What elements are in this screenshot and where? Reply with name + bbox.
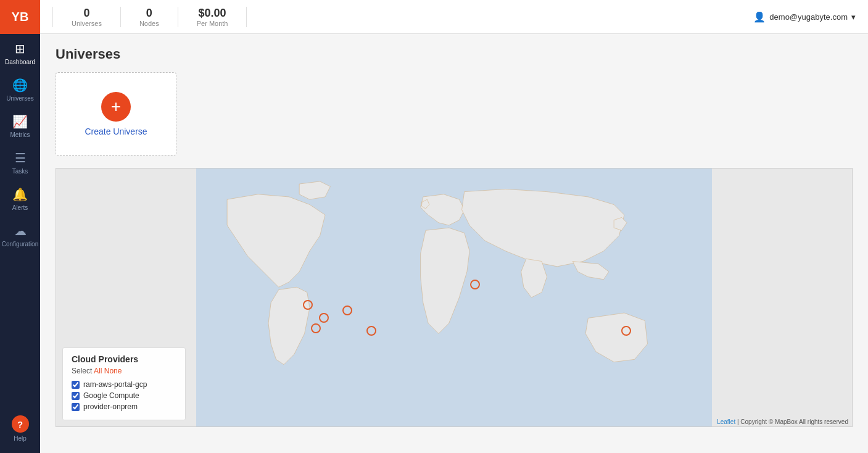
nodes-label: Nodes [139,20,159,27]
stat-nodes: 0 Nodes [121,7,178,27]
sidebar-item-alerts[interactable]: 🔔 Alerts [0,180,40,216]
provider-onprem-checkbox[interactable] [72,403,80,411]
universes-count: 0 [83,7,89,20]
provider-gcp: Google Compute [72,391,176,400]
configuration-icon: ☁ [14,223,27,238]
cloud-providers-select: Select All None [72,367,176,375]
metrics-icon: 📈 [12,114,28,129]
sidebar-item-dashboard[interactable]: ⊞ Dashboard [0,34,40,70]
alerts-icon: 🔔 [12,187,28,202]
stat-universes: 0 Universes [52,7,121,27]
dashboard-icon: ⊞ [15,41,25,56]
provider-aws: ram-aws-portal-gcp [72,380,176,389]
sidebar-item-configuration[interactable]: ☁ Configuration [0,216,40,252]
world-map: Cloud Providers Select All None ram-aws-… [56,168,853,427]
sidebar-item-label: Universes [6,95,33,102]
sidebar-item-tasks[interactable]: ☰ Tasks [0,143,40,180]
map-marker-6 [470,280,480,289]
map-marker-5 [366,326,376,336]
dropdown-icon: ▾ [851,12,856,22]
select-none[interactable]: None [104,367,122,375]
provider-onprem-label: provider-onprem [83,402,138,411]
app-logo: YB [0,0,40,34]
map-marker-1 [303,300,313,310]
cloud-providers-title: Cloud Providers [72,354,176,364]
sidebar-item-metrics[interactable]: 📈 Metrics [0,107,40,143]
main-content: 0 Universes 0 Nodes $0.00 Per Month 👤 de… [40,0,868,453]
topbar-stats: 0 Universes 0 Nodes $0.00 Per Month [52,7,247,27]
select-all[interactable]: All [94,367,102,375]
cloud-providers-panel: Cloud Providers Select All None ram-aws-… [62,347,186,420]
sidebar-item-help[interactable]: ? Help [0,408,40,447]
sidebar-item-label: Alerts [12,204,28,211]
map-marker-4 [342,305,352,315]
universes-label: Universes [72,20,102,27]
sidebar-item-universes[interactable]: 🌐 Universes [0,70,40,107]
create-plus-icon: + [101,92,131,122]
sidebar-item-label: Configuration [2,241,38,247]
page-content: Universes + Create Universe [40,34,868,453]
sidebar: YB ⊞ Dashboard 🌐 Universes 📈 Metrics ☰ T… [0,0,40,453]
universes-icon: 🌐 [12,78,28,93]
topbar: 0 Universes 0 Nodes $0.00 Per Month 👤 de… [40,0,868,34]
map-copyright: | Copyright © MapBox All rights reserved [737,418,848,425]
create-universe-card[interactable]: + Create Universe [56,72,176,156]
provider-aws-label: ram-aws-portal-gcp [83,380,147,389]
leaflet-link[interactable]: Leaflet [717,418,735,425]
provider-gcp-checkbox[interactable] [72,392,80,400]
map-marker-3 [311,323,321,333]
stat-cost: $0.00 Per Month [178,7,247,27]
page-title: Universes [56,46,853,62]
map-attribution: Leaflet | Copyright © MapBox All rights … [717,418,848,425]
nodes-count: 0 [146,7,152,20]
sidebar-item-label: Metrics [10,131,30,138]
user-email: demo@yugabyte.com [769,12,848,22]
user-menu[interactable]: 👤 demo@yugabyte.com ▾ [753,11,856,23]
sidebar-item-label: Dashboard [5,59,35,65]
cost-value: $0.00 [199,7,226,20]
map-marker-2 [319,313,329,323]
help-label: Help [14,435,27,442]
user-icon: 👤 [753,11,766,23]
sidebar-item-label: Tasks [12,168,28,175]
help-circle-icon: ? [12,415,29,433]
map-marker-7 [621,326,631,336]
cost-label: Per Month [197,20,228,27]
create-universe-label: Create Universe [85,127,147,136]
tasks-icon: ☰ [15,151,26,165]
provider-aws-checkbox[interactable] [72,381,80,389]
provider-gcp-label: Google Compute [83,391,139,400]
provider-onprem: provider-onprem [72,402,176,411]
